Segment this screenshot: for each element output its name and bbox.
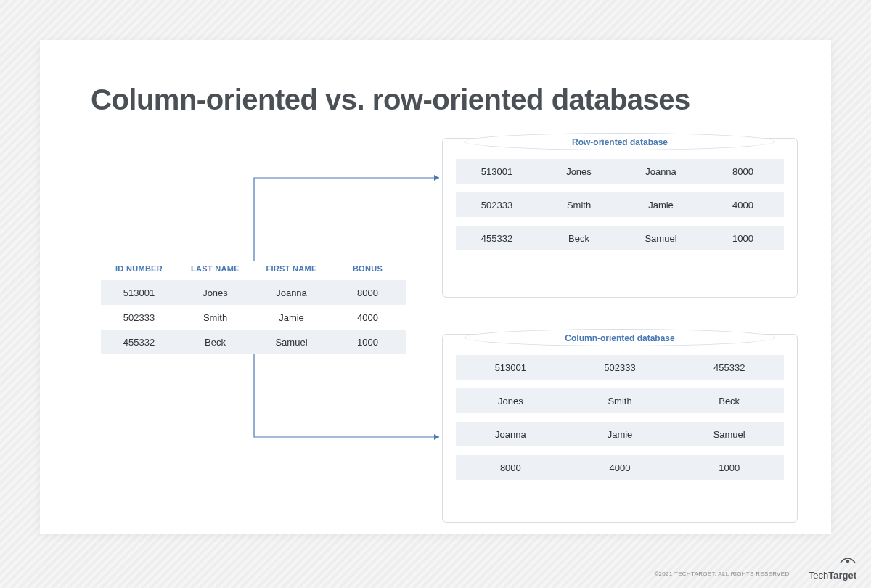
table-row: Jones Smith Beck <box>456 388 784 413</box>
cell: Samuel <box>674 429 784 440</box>
cell: 455332 <box>101 337 177 348</box>
col-header: ID NUMBER <box>101 261 177 276</box>
col-header: FIRST NAME <box>253 261 330 276</box>
column-oriented-panel: Column-oriented database 513001 502333 4… <box>442 334 798 523</box>
cell: 1000 <box>330 337 406 348</box>
arrow-to-col-db <box>254 354 446 444</box>
source-table-header: ID NUMBER LAST NAME FIRST NAME BONUS <box>101 261 406 276</box>
cell: Jones <box>538 166 620 177</box>
table-row: 8000 4000 1000 <box>456 455 784 480</box>
cell: 8000 <box>330 287 406 298</box>
cell: Smith <box>565 396 675 407</box>
table-row: 455332 Beck Samuel 1000 <box>101 330 406 354</box>
cell: Joanna <box>456 429 565 440</box>
logo-text: TechTarget <box>809 570 856 581</box>
col-header: LAST NAME <box>177 261 253 276</box>
row-oriented-panel: Row-oriented database 513001 Jones Joann… <box>442 138 798 298</box>
cell: Beck <box>674 396 784 407</box>
table-row: 455332 Beck Samuel 1000 <box>456 226 784 250</box>
cell: Beck <box>538 233 620 244</box>
cell: 8000 <box>456 462 565 473</box>
col-header: BONUS <box>330 261 406 276</box>
cell: 4000 <box>330 312 406 323</box>
cell: Beck <box>177 337 253 348</box>
cell: Jones <box>456 396 565 407</box>
svg-point-0 <box>846 560 849 563</box>
table-row: 513001 Jones Joanna 8000 <box>101 280 406 305</box>
diagram-card: Column-oriented vs. row-oriented databas… <box>40 40 831 534</box>
techtarget-logo: TechTarget <box>809 555 856 581</box>
cell: 8000 <box>702 166 784 177</box>
cell: Smith <box>177 312 253 323</box>
cell: 1000 <box>702 233 784 244</box>
page-title: Column-oriented vs. row-oriented databas… <box>91 83 690 116</box>
panel-body: 513001 Jones Joanna 8000 502333 Smith Ja… <box>456 159 784 259</box>
cell: 502333 <box>565 362 675 373</box>
cell: Samuel <box>620 233 702 244</box>
cell: Jamie <box>620 200 702 211</box>
table-row: 502333 Smith Jamie 4000 <box>456 192 784 217</box>
panel-body: 513001 502333 455332 Jones Smith Beck Jo… <box>456 355 784 489</box>
copyright-text: ©2021 TECHTARGET. ALL RIGHTS RESERVED. <box>654 571 791 577</box>
table-row: 513001 Jones Joanna 8000 <box>456 159 784 184</box>
cell: Jamie <box>253 312 330 323</box>
arrow-to-row-db <box>254 174 446 264</box>
table-row: 502333 Smith Jamie 4000 <box>101 305 406 330</box>
cell: Jamie <box>565 429 675 440</box>
cell: Smith <box>538 200 620 211</box>
cell: 4000 <box>565 462 675 473</box>
panel-label: Row-oriented database <box>443 137 797 147</box>
cell: 455332 <box>674 362 784 373</box>
table-row: 513001 502333 455332 <box>456 355 784 380</box>
eye-icon <box>839 555 856 565</box>
logo-bold: Target <box>828 570 856 581</box>
cell: 513001 <box>101 287 177 298</box>
cell: 513001 <box>456 166 538 177</box>
cell: 502333 <box>101 312 177 323</box>
source-table: ID NUMBER LAST NAME FIRST NAME BONUS 513… <box>101 261 406 354</box>
cell: Jones <box>177 287 253 298</box>
cell: 513001 <box>456 362 565 373</box>
panel-label: Column-oriented database <box>443 333 797 343</box>
table-row: Joanna Jamie Samuel <box>456 422 784 446</box>
cell: 1000 <box>674 462 784 473</box>
cell: Joanna <box>253 287 330 298</box>
cell: Samuel <box>253 337 330 348</box>
cell: 455332 <box>456 233 538 244</box>
cell: 502333 <box>456 200 538 211</box>
cell: 4000 <box>702 200 784 211</box>
cell: Joanna <box>620 166 702 177</box>
logo-light: Tech <box>809 570 828 581</box>
